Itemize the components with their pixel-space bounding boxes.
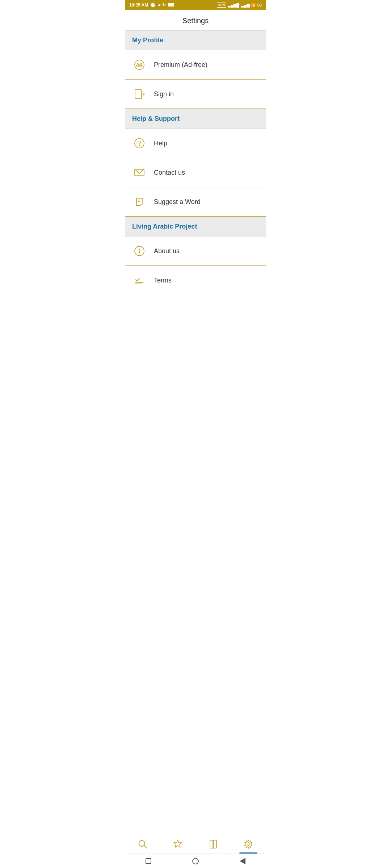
section-living-arabic-label: Living Arabic Project bbox=[132, 223, 197, 230]
section-my-profile: My Profile bbox=[125, 30, 266, 50]
premium-label: Premium (Ad-free) bbox=[154, 61, 207, 69]
time-display: 10:35 AM bbox=[129, 3, 148, 8]
about-label: About us bbox=[154, 247, 180, 255]
contact-label: Contact us bbox=[154, 169, 185, 176]
status-bar: 10:35 AM 🕐 ◂ ↻ ⌨ VPN ▂▄▆█ ▂▄▆ 📶 69 bbox=[125, 0, 266, 10]
alarm-icon: 🕐 bbox=[150, 3, 156, 8]
signin-icon bbox=[132, 87, 147, 101]
svg-rect-2 bbox=[135, 90, 142, 98]
signin-label: Sign in bbox=[154, 90, 174, 98]
settings-header: Settings bbox=[125, 10, 266, 30]
menu-item-contact[interactable]: Contact us bbox=[125, 158, 266, 187]
menu-item-suggest[interactable]: Suggest a Word bbox=[125, 187, 266, 217]
menu-item-premium[interactable]: Premium (Ad-free) bbox=[125, 50, 266, 80]
status-bar-right: VPN ▂▄▆█ ▂▄▆ 📶 69 bbox=[217, 3, 262, 8]
menu-item-about[interactable]: About us bbox=[125, 237, 266, 266]
sync-icon: ↻ bbox=[162, 3, 166, 8]
question-icon bbox=[132, 136, 147, 150]
battery-display: 69 bbox=[257, 3, 262, 7]
suggest-label: Suggest a Word bbox=[154, 198, 201, 206]
crown-icon bbox=[132, 58, 147, 72]
signal-icon: ▂▄▆█ bbox=[228, 3, 239, 8]
svg-point-4 bbox=[135, 139, 144, 148]
section-living-arabic: Living Arabic Project bbox=[125, 217, 266, 237]
terms-label: Terms bbox=[154, 277, 172, 284]
vpn-badge: VPN bbox=[217, 3, 227, 8]
status-bar-left: 10:35 AM 🕐 ◂ ↻ ⌨ bbox=[129, 3, 174, 8]
section-my-profile-label: My Profile bbox=[132, 37, 163, 44]
info-icon bbox=[132, 244, 147, 258]
menu-item-help[interactable]: Help bbox=[125, 129, 266, 158]
help-label: Help bbox=[154, 140, 167, 147]
menu-item-terms[interactable]: Terms bbox=[125, 266, 266, 295]
svg-point-10 bbox=[139, 249, 140, 250]
svg-point-5 bbox=[139, 145, 140, 146]
mail-icon bbox=[132, 165, 147, 180]
kbd-icon: ⌨ bbox=[168, 3, 174, 8]
menu-item-signin[interactable]: Sign in bbox=[125, 80, 266, 109]
terms-icon bbox=[132, 273, 147, 288]
signal2-icon: ▂▄▆ bbox=[241, 3, 249, 8]
suggest-icon bbox=[132, 195, 147, 209]
section-help-support: Help & Support bbox=[125, 109, 266, 129]
location-icon: ◂ bbox=[158, 3, 160, 8]
section-help-support-label: Help & Support bbox=[132, 115, 180, 122]
page-title: Settings bbox=[182, 17, 209, 25]
wifi-icon: 📶 bbox=[251, 3, 256, 8]
